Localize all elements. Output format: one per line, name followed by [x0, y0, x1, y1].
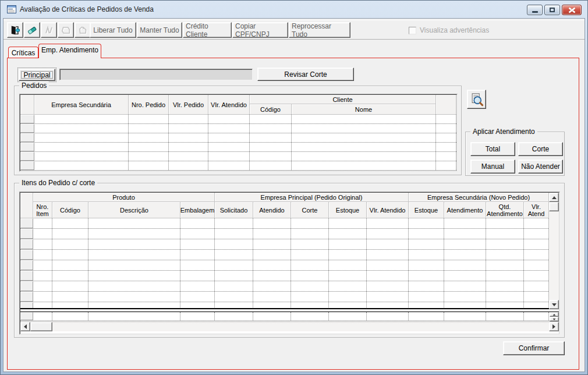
pedidos-grid[interactable]: Empresa Secundária Nro. Pedido Vlr. Pedi… [19, 94, 458, 172]
col-vlr-pedido[interactable]: Vlr. Pedido [169, 95, 208, 115]
col-solicitado[interactable]: Solicitado [215, 202, 253, 218]
nao-atender-button[interactable]: Não Atender [518, 160, 563, 174]
table-row[interactable] [20, 271, 559, 281]
horizontal-scroll-thumb[interactable] [30, 322, 52, 331]
credito-cliente-button[interactable]: Crédito Cliente [183, 22, 232, 38]
row-indicator-cell [20, 292, 33, 302]
grid-cell [253, 271, 291, 281]
grid-cell [486, 218, 524, 228]
table-row[interactable] [20, 312, 559, 321]
table-row[interactable] [20, 292, 559, 302]
col-nome[interactable]: Nome [292, 104, 436, 115]
spinner-up-button[interactable] [550, 312, 559, 317]
col-item-codigo[interactable]: Código [52, 202, 88, 218]
grid-cell [253, 292, 291, 302]
col-codigo[interactable]: Código [250, 104, 292, 115]
principal-button[interactable]: Principal [19, 69, 55, 81]
grid-cell [444, 250, 486, 260]
eraser-button[interactable] [24, 22, 40, 38]
horizontal-scroll-track[interactable] [52, 322, 549, 331]
pedidos-table-body[interactable] [20, 115, 456, 171]
itens-horizontal-scrollbar[interactable] [20, 321, 559, 331]
scroll-right-button[interactable] [549, 322, 559, 331]
col-nro-pedido[interactable]: Nro. Pedido [129, 95, 169, 115]
table-row[interactable] [20, 161, 456, 171]
col-vlr-atendido[interactable]: Vlr. Atendido [208, 95, 250, 115]
scroll-down-button[interactable] [549, 300, 559, 309]
itens-vertical-scrollbar[interactable] [549, 193, 559, 309]
grid-cell [444, 260, 486, 270]
table-row[interactable] [20, 143, 456, 152]
grid-cell [292, 152, 436, 161]
itens-table-body[interactable] [20, 218, 559, 308]
grid-cell [33, 250, 52, 260]
table-row[interactable] [20, 152, 456, 161]
itens-grid[interactable]: Produto Empresa Principal (Pedido Origin… [19, 192, 560, 335]
corte-label: Corte [532, 145, 549, 153]
revisar-corte-button[interactable]: Revisar Corte [257, 68, 354, 81]
col-qtd-atendimento[interactable]: Qtd. Atendimento [486, 202, 524, 218]
col-embalagem[interactable]: Embalagem [180, 202, 215, 218]
table-row[interactable] [20, 302, 559, 308]
minimize-button[interactable] [527, 5, 543, 15]
tab-criticas[interactable]: Críticas [8, 47, 38, 58]
table-row[interactable] [20, 124, 456, 133]
maximize-button[interactable] [544, 5, 560, 15]
magnifier-document-icon [470, 93, 484, 107]
grid-cell [524, 229, 549, 239]
confirmar-button[interactable]: Confirmar [503, 341, 565, 355]
col-atendido[interactable]: Atendido [253, 202, 291, 218]
titlebar[interactable]: Avaliação de Críticas de Pedidos de Vend… [1, 1, 587, 18]
manter-tudo-button[interactable]: Manter Tudo [137, 22, 182, 38]
grid-cell [52, 281, 88, 291]
total-button[interactable]: Total [470, 142, 515, 156]
spinner-down-button[interactable] [550, 317, 559, 321]
vertical-scroll-thumb[interactable] [549, 202, 559, 211]
table-row[interactable] [20, 281, 559, 292]
close-button[interactable] [562, 5, 582, 15]
disabled-tool-button-1 [41, 22, 57, 38]
grid-cell [444, 239, 486, 249]
table-row[interactable] [20, 239, 559, 250]
grid-cell [208, 152, 250, 161]
scroll-up-button[interactable] [549, 193, 559, 202]
row-indicator-cell [20, 281, 33, 291]
window-icon [7, 5, 16, 13]
table-row[interactable] [20, 218, 559, 229]
table-row[interactable] [20, 229, 559, 239]
col-estoque-secundaria[interactable]: Estoque [409, 202, 444, 218]
col-empresa-secundaria[interactable]: Empresa Secundária [34, 95, 129, 115]
reprocessar-tudo-button[interactable]: Reprocessar Tudo [289, 22, 350, 38]
col-vlr-atendido-principal-label: Vlr. Atendido [370, 207, 406, 214]
vertical-scroll-track[interactable] [549, 211, 559, 300]
scroll-left-button[interactable] [20, 322, 30, 331]
col-vlr-atend-secundaria[interactable]: Vlr. Atend [524, 202, 549, 218]
col-vlr-atendido-principal[interactable]: Vlr. Atendido [367, 202, 409, 218]
liberar-tudo-button[interactable]: Liberar Tudo [90, 22, 136, 38]
disabled-tool-icon-2 [60, 24, 72, 36]
grid-cell [291, 302, 329, 308]
app-window: Avaliação de Críticas de Pedidos de Vend… [0, 0, 588, 375]
table-row[interactable] [20, 115, 456, 124]
col-atendimento[interactable]: Atendimento [444, 202, 486, 218]
manual-button[interactable]: Manual [470, 160, 515, 174]
grid-cell [292, 161, 436, 170]
table-row[interactable] [20, 250, 559, 260]
col-cliente[interactable]: Cliente [250, 95, 436, 104]
grid-cell [34, 143, 129, 151]
pedidos-group: Pedidos Empresa Secundária Nro. Pedido V… [14, 86, 462, 175]
table-row[interactable] [20, 260, 559, 271]
corte-button[interactable]: Corte [518, 142, 563, 156]
tab-emp-atendimento[interactable]: Emp. Atendimento [38, 44, 101, 58]
col-estoque-principal[interactable]: Estoque [329, 202, 367, 218]
grid-cell [88, 229, 180, 239]
col-descricao[interactable]: Descrição [88, 202, 180, 218]
consultar-pedido-button[interactable] [467, 90, 486, 109]
footer-spinner[interactable] [550, 312, 559, 321]
copiar-cpf-cnpj-button[interactable]: Copiar CPF/CNPJ [232, 22, 288, 38]
col-corte[interactable]: Corte [291, 202, 329, 218]
col-nro-item[interactable]: Nro. Item [33, 202, 52, 218]
grid-cell [33, 312, 52, 320]
exit-button[interactable] [7, 22, 23, 38]
table-row[interactable] [20, 133, 456, 143]
